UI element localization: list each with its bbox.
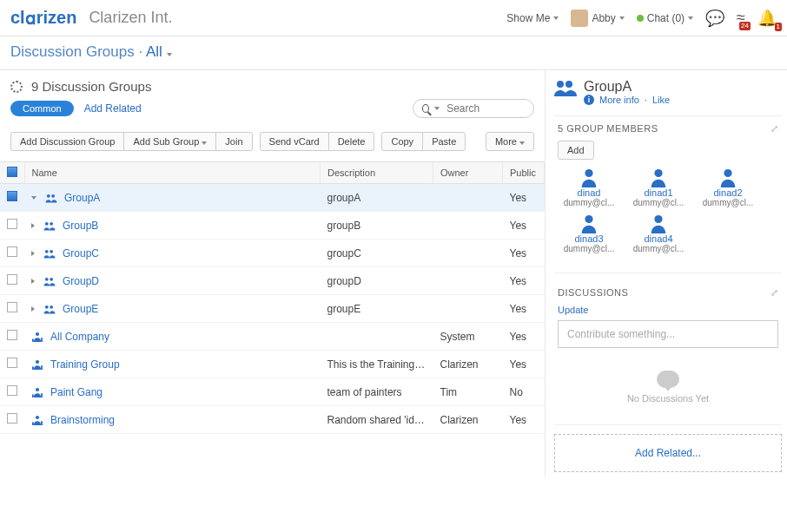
chevron-down-icon — [619, 16, 625, 20]
group-name-link[interactable]: Training Group — [50, 358, 120, 371]
send-vcard-button[interactable]: Send vCard — [260, 132, 329, 151]
expand-icon[interactable] — [31, 251, 35, 256]
row-checkbox[interactable] — [7, 330, 17, 340]
copy-button[interactable]: Copy — [381, 132, 423, 151]
paste-button[interactable]: Paste — [422, 132, 466, 151]
expand-icon[interactable] — [31, 279, 35, 284]
like-link[interactable]: Like — [652, 95, 670, 105]
user-menu[interactable]: Abby — [571, 10, 624, 27]
contribute-input[interactable]: Contribute something... — [558, 320, 778, 348]
info-icon: i — [584, 95, 594, 105]
show-me-menu[interactable]: Show Me — [506, 12, 559, 24]
svg-rect-12 — [41, 338, 43, 342]
member-card[interactable]: dinad3dummy@cl... — [558, 214, 620, 253]
table-row[interactable]: Paint Gangteam of paintersTimNo — [0, 378, 545, 406]
table-row[interactable]: GroupAgroupAYes — [0, 184, 545, 212]
member-name: dinad2 — [697, 187, 759, 198]
add-member-button[interactable]: Add — [558, 141, 594, 160]
row-checkbox[interactable] — [7, 191, 17, 201]
add-related-box[interactable]: Add Related... — [554, 434, 782, 472]
member-card[interactable]: dinaddummy@cl... — [558, 168, 620, 207]
row-checkbox[interactable] — [7, 246, 17, 257]
search-box[interactable] — [413, 99, 534, 118]
org-name[interactable]: Clarizen Int. — [89, 9, 172, 27]
messages-icon[interactable]: 💬 — [705, 9, 724, 28]
table-row[interactable]: GroupCgroupCYes — [0, 240, 545, 267]
group-name-link[interactable]: GroupE — [63, 303, 98, 315]
member-card[interactable]: dinad1dummy@cl... — [627, 168, 690, 207]
col-name[interactable]: Name — [24, 162, 321, 184]
people-icon — [45, 193, 57, 203]
group-name-link[interactable]: Paint Gang — [50, 386, 103, 398]
svg-point-3 — [50, 221, 53, 225]
svg-point-10 — [36, 332, 39, 335]
gear-icon[interactable] — [10, 81, 23, 93]
app-logo[interactable]: clɑrizen — [10, 8, 76, 29]
col-public[interactable]: Public — [503, 162, 545, 184]
cell-owner — [433, 212, 503, 240]
toolbar: Add Discussion Group Add Sub Group Join … — [0, 127, 545, 161]
org-chart-icon — [31, 415, 43, 425]
cell-owner: Clarizen — [433, 351, 503, 378]
expand-icon[interactable] — [31, 306, 35, 312]
cell-description: groupD — [321, 267, 433, 295]
svg-rect-17 — [32, 394, 34, 397]
chevron-down-icon — [167, 53, 172, 56]
more-button[interactable]: More — [486, 132, 534, 151]
expand-members-icon[interactable]: ⤢ — [770, 123, 778, 135]
tab-common[interactable]: Common — [10, 101, 74, 116]
join-button[interactable]: Join — [215, 132, 252, 151]
svg-rect-11 — [32, 338, 34, 342]
search-input[interactable] — [445, 102, 525, 115]
speech-bubble-icon — [657, 371, 679, 388]
table-row[interactable]: GroupBgroupBYes — [0, 212, 545, 240]
cell-public: Yes — [503, 267, 545, 295]
svg-point-25 — [654, 169, 662, 177]
chat-menu[interactable]: Chat (0) — [637, 12, 693, 24]
group-name-link[interactable]: GroupC — [63, 247, 99, 259]
group-name-link[interactable]: All Company — [50, 331, 109, 343]
table-row[interactable]: GroupDgroupDYes — [0, 267, 545, 295]
col-description[interactable]: Description — [321, 162, 433, 184]
group-name-link[interactable]: GroupD — [63, 275, 99, 287]
svg-point-23 — [565, 81, 572, 88]
activity-icon[interactable]: ≈24 — [737, 9, 745, 27]
group-name-link[interactable]: GroupA — [64, 192, 100, 204]
expand-icon[interactable] — [31, 196, 36, 200]
row-checkbox[interactable] — [7, 358, 17, 368]
groups-table: Name Description Owner Public GroupAgrou… — [0, 161, 545, 434]
member-card[interactable]: dinad4dummy@cl... — [627, 214, 690, 253]
svg-rect-20 — [32, 422, 34, 425]
select-all-checkbox[interactable] — [0, 162, 24, 184]
cell-description: This is the Training Group — [321, 351, 433, 378]
group-name-link[interactable]: Brainstorming — [50, 414, 115, 426]
delete-button[interactable]: Delete — [328, 132, 375, 151]
svg-rect-15 — [41, 365, 43, 370]
col-owner[interactable]: Owner — [433, 162, 503, 184]
member-card[interactable]: dinad2dummy@cl... — [697, 168, 759, 207]
add-sub-group-button[interactable]: Add Sub Group — [123, 132, 216, 151]
group-name-link[interactable]: GroupB — [63, 220, 98, 232]
row-checkbox[interactable] — [7, 302, 17, 312]
cell-owner — [433, 267, 503, 295]
expand-discussions-icon[interactable]: ⤢ — [770, 287, 778, 299]
row-checkbox[interactable] — [7, 219, 17, 229]
table-row[interactable]: GroupEgroupEYes — [0, 295, 545, 323]
more-info-link[interactable]: More info — [599, 95, 639, 105]
expand-icon[interactable] — [31, 223, 35, 228]
crumb-filter[interactable]: All — [146, 43, 172, 60]
notifications-icon[interactable]: 🔔1 — [757, 9, 777, 28]
table-row[interactable]: Training GroupThis is the Training Group… — [0, 351, 545, 378]
row-checkbox[interactable] — [7, 274, 17, 285]
update-link[interactable]: Update — [558, 305, 778, 315]
member-name: dinad1 — [627, 187, 690, 198]
svg-rect-21 — [41, 421, 43, 425]
row-checkbox[interactable] — [7, 413, 17, 424]
page-title-row: 9 Discussion Groups — [0, 70, 545, 99]
crumb-section[interactable]: Discussion Groups — [10, 43, 135, 60]
row-checkbox[interactable] — [7, 385, 17, 396]
table-row[interactable]: All CompanySystemYes — [0, 323, 545, 351]
add-related-link[interactable]: Add Related — [84, 102, 142, 115]
table-row[interactable]: BrainstormingRandom shared 'ideas ...Cla… — [0, 406, 545, 434]
add-discussion-group-button[interactable]: Add Discussion Group — [10, 132, 124, 151]
